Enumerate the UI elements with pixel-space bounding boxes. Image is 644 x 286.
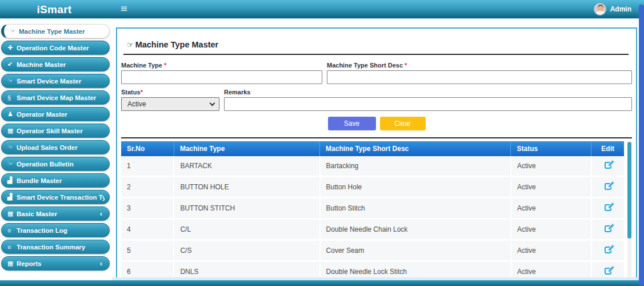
remarks-label: Remarks — [224, 89, 632, 96]
edit-icon[interactable] — [605, 247, 611, 253]
machine-type-cell: C/L — [174, 219, 319, 240]
sidebar-item-operation-bulletin[interactable]: ☞ Operation Bulletin — [1, 157, 110, 171]
edit-cell — [591, 240, 624, 261]
edit-icon[interactable] — [605, 162, 611, 169]
user-menu[interactable]: Admin — [594, 3, 631, 15]
bar-chart-icon: ▟ — [7, 193, 17, 201]
edit-cell — [591, 156, 624, 177]
column-header-machine-type: Machine Type — [174, 141, 319, 156]
user-name: Admin — [610, 5, 631, 13]
hand-pointer-icon: ☞ — [10, 27, 19, 35]
page-title: ☞ Machine Type Master — [127, 40, 629, 49]
clear-button[interactable]: Clear — [380, 117, 426, 130]
table-row: 2BUTTON HOLEButton HoleActive — [121, 177, 624, 198]
machine-type-cell: BUTTON HOLE — [174, 177, 319, 198]
column-header-status: Status — [511, 141, 591, 156]
status-label: Status* — [121, 89, 219, 96]
short-desc-cell: Bartacking — [320, 156, 511, 177]
machine-type-cell: BARTACK — [174, 156, 319, 177]
sidebar-item-transaction-log[interactable]: ≡ Transaction Log — [1, 223, 110, 237]
top-bar: iSmart ≡ Admin — [0, 0, 644, 19]
column-header-edit: Edit — [591, 141, 624, 156]
hand-pointer-icon: ☞ — [127, 41, 134, 49]
main-panel: ☞ Machine Type Master Machine Type * Mac… — [116, 27, 637, 279]
hand-pointer-icon: ☞ — [7, 77, 17, 85]
sr-no-cell: 2 — [121, 177, 174, 198]
edit-cell — [591, 219, 624, 240]
table-row: 3BUTTON STITCHButton StitchActive — [121, 198, 624, 219]
avatar[interactable] — [594, 3, 606, 15]
machine-type-label: Machine Type * — [121, 62, 322, 69]
edit-icon[interactable] — [605, 204, 611, 211]
status-cell: Active — [511, 219, 591, 240]
app-logo: iSmart — [0, 0, 109, 19]
sidebar-item-machine-type-master[interactable]: ☞ Machine Type Master — [1, 24, 110, 38]
table-scrollbar-track[interactable] — [627, 142, 631, 286]
machine-type-table: Sr.NoMachine TypeMachine Type Short Desc… — [121, 137, 632, 286]
hand-pointer-icon: ☞ — [7, 144, 17, 151]
sr-no-cell: 3 — [121, 198, 174, 219]
short-desc-label: Machine Type Short Desc * — [327, 62, 632, 69]
table-row: 5C/SCover SeamActive — [121, 240, 624, 261]
short-desc-cell: Double Needle Chain Lock — [320, 219, 511, 240]
edit-icon[interactable] — [605, 268, 611, 275]
column-header-machine-type-short-desc: Machine Type Short Desc — [320, 141, 511, 156]
sidebar-item-smart-device-master[interactable]: ☞ Smart Device Master — [1, 74, 110, 88]
grid-icon: ▦ — [7, 210, 17, 217]
sidebar-item-smart-device-transaction-type[interactable]: ▟ Smart Device Transaction Type — [1, 190, 110, 204]
grid-icon: ▦ — [7, 260, 17, 267]
sidebar-item-bundle-master[interactable]: ▟ Bundle Master — [1, 173, 110, 188]
edit-icon[interactable] — [605, 225, 611, 232]
sidebar-item-operator-master[interactable]: ♟ Operator Master — [1, 107, 110, 121]
link-icon: § — [7, 94, 17, 101]
page-scrollbar[interactable] — [639, 5, 644, 286]
save-button[interactable]: Save — [328, 117, 376, 130]
status-cell: Active — [511, 156, 591, 177]
bar-chart-icon: ▟ — [7, 177, 17, 184]
remarks-input[interactable] — [224, 97, 632, 111]
status-cell: Active — [511, 177, 591, 198]
check-icon: ✔ — [7, 61, 17, 68]
machine-type-cell: BUTTON STITCH — [174, 198, 319, 219]
sidebar-item-machine-master[interactable]: ✔ Machine Master — [1, 57, 110, 72]
sr-no-cell: 4 — [121, 219, 174, 240]
sidebar-item-reports[interactable]: ▦ Reports ‹ — [1, 256, 110, 271]
list-icon: ≡ — [7, 244, 17, 251]
sidebar-item-operator-skill-master[interactable]: ▦ Operator Skill Master — [1, 124, 110, 138]
edit-icon[interactable] — [605, 183, 611, 190]
grid-icon: ▦ — [7, 127, 17, 134]
short-desc-cell: Button Stitch — [320, 198, 511, 219]
chevron-left-icon: ‹ — [100, 209, 105, 218]
status-cell: Active — [511, 240, 591, 261]
sidebar-item-basic-master[interactable]: ▦ Basic Master ‹ — [1, 206, 110, 221]
table-header-row: Sr.NoMachine TypeMachine Type Short Desc… — [121, 141, 624, 156]
title-divider — [123, 54, 629, 55]
edit-cell — [591, 177, 624, 198]
table-scrollbar-thumb[interactable] — [627, 142, 631, 239]
edit-cell — [591, 198, 624, 219]
sidebar-item-upload-sales-order[interactable]: ☞ Upload Sales Order — [1, 140, 110, 154]
short-desc-cell: Cover Seam — [320, 240, 511, 261]
sidebar-item-transaction-summary[interactable]: ≡ Transaction Summary — [1, 240, 110, 254]
footer-bar — [0, 280, 644, 286]
status-select[interactable]: Active — [121, 97, 219, 111]
table-row: 1BARTACKBartackingActive — [121, 156, 624, 177]
sidebar-item-smart-device-map-master[interactable]: § Smart Device Map Master — [1, 90, 110, 105]
user-icon: ♟ — [7, 110, 17, 118]
table-row: 4C/LDouble Needle Chain LockActive — [121, 219, 624, 240]
sidebar-nav: ☞ Machine Type Master ✚ Operation Code M… — [1, 24, 110, 273]
chevron-left-icon: ‹ — [100, 259, 105, 268]
short-desc-input[interactable] — [327, 70, 632, 84]
sr-no-cell: 5 — [121, 240, 174, 261]
sidebar-item-operation-code-master[interactable]: ✚ Operation Code Master — [1, 41, 110, 55]
short-desc-cell: Button Hole — [320, 177, 511, 198]
hamburger-menu-icon[interactable]: ≡ — [121, 2, 127, 16]
status-cell: Active — [511, 198, 591, 219]
sr-no-cell: 1 — [121, 156, 174, 177]
machine-type-cell: C/S — [174, 240, 319, 261]
machine-type-input[interactable] — [121, 70, 322, 84]
column-header-sr-no: Sr.No — [121, 141, 174, 156]
list-icon: ≡ — [7, 227, 17, 234]
move-arrows-icon: ✚ — [7, 44, 17, 51]
hand-pointer-icon: ☞ — [7, 160, 17, 168]
